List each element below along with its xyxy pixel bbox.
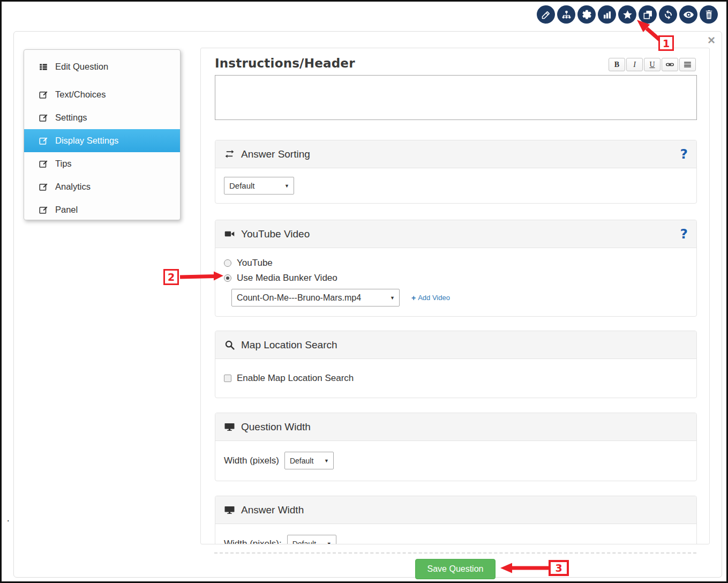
pencil-square-icon [39, 182, 48, 192]
section-question-width: Question Width Width (pixels) Default [215, 413, 697, 481]
search-icon [224, 339, 235, 350]
checkbox-label[interactable]: Enable Map Location Search [237, 373, 354, 384]
sidebar-item-text-choices[interactable]: Text/Choices [24, 83, 180, 106]
width-pixels-label: Width (pixels) [224, 455, 279, 466]
pencil-square-icon [39, 205, 48, 215]
sidebar-item-label: Text/Choices [55, 89, 106, 100]
sidebar-item-edit-question[interactable]: Edit Question [24, 55, 180, 78]
sitemap-icon[interactable] [557, 5, 575, 24]
gear-icon[interactable] [577, 5, 596, 24]
exchange-icon [224, 148, 235, 160]
monitor-icon [224, 504, 235, 515]
edit-question-modal: × Edit Question Text/Choices Settings Di… [13, 31, 722, 578]
pencil-square-icon [39, 113, 48, 123]
radio-icon[interactable] [224, 274, 231, 282]
close-icon[interactable]: × [708, 33, 715, 48]
answer-sorting-select[interactable]: Default [224, 177, 294, 195]
link-button[interactable] [662, 58, 678, 71]
list-icon [39, 62, 48, 72]
display-settings-panel: Instructions/Header B I U [200, 48, 710, 544]
sidebar-item-panel[interactable]: Panel [24, 198, 180, 220]
answer-width-select[interactable]: Default [287, 535, 336, 544]
sidebar-item-settings[interactable]: Settings [24, 106, 180, 129]
section-title: YouTube Video [241, 228, 310, 240]
page-title: Instructions/Header [215, 56, 355, 70]
pencil-square-icon [39, 136, 48, 146]
radio-youtube[interactable]: YouTube [224, 256, 688, 271]
radio-media-bunker[interactable]: Use Media Bunker Video [224, 271, 688, 286]
radio-icon[interactable] [224, 259, 231, 267]
radio-label[interactable]: Use Media Bunker Video [237, 273, 337, 283]
justify-icon [683, 60, 692, 69]
sidebar-item-label: Panel [55, 205, 78, 215]
section-title: Question Width [241, 421, 311, 433]
sidebar-item-label: Analytics [55, 182, 91, 192]
pencil-icon[interactable] [537, 5, 555, 24]
sidebar-item-label: Display Settings [55, 136, 118, 146]
link-icon [665, 60, 674, 69]
italic-button[interactable]: I [626, 58, 643, 71]
plus-icon: + [411, 294, 416, 302]
app-window: × Edit Question Text/Choices Settings Di… [0, 0, 728, 583]
width-pixels-label: Width (pixels): [224, 539, 282, 545]
bar-chart-icon[interactable] [598, 5, 616, 24]
sidebar-item-label: Settings [55, 113, 87, 123]
sidebar-item-label: Edit Question [55, 62, 108, 72]
refresh-icon[interactable] [659, 5, 677, 24]
star-icon[interactable] [618, 5, 636, 24]
section-answer-sorting: Answer Sorting ? Default [215, 140, 697, 204]
justify-button[interactable] [679, 58, 696, 71]
sidebar-item-analytics[interactable]: Analytics [24, 175, 180, 198]
add-video-link[interactable]: + Add Video [411, 294, 450, 302]
section-map-location-search: Map Location Search Enable Map Location … [215, 331, 697, 398]
sidebar-item-tips[interactable]: Tips [24, 152, 180, 175]
eye-icon[interactable] [679, 5, 697, 24]
video-camera-icon [224, 228, 235, 240]
trash-icon[interactable] [700, 5, 718, 24]
save-question-button[interactable]: Save Question [415, 559, 496, 579]
section-title: Map Location Search [241, 339, 337, 351]
question-width-select[interactable]: Default [284, 452, 334, 469]
question-toolbar [537, 5, 718, 24]
underline-button[interactable]: U [644, 58, 661, 71]
media-bunker-video-select[interactable]: Count-On-Me---Bruno-Mars.mp4 [231, 289, 400, 307]
section-title: Answer Sorting [241, 148, 310, 160]
instructions-textarea[interactable] [215, 75, 697, 120]
section-youtube-video: YouTube Video ? YouTube Use Media Bunker… [215, 220, 697, 317]
help-icon[interactable]: ? [680, 226, 688, 242]
save-row: Save Question [214, 552, 696, 579]
pencil-square-icon [39, 159, 48, 169]
section-answer-width: Answer Width Width (pixels): Default [215, 496, 697, 544]
stray-dot: . [7, 514, 9, 524]
sidebar-item-label: Tips [55, 159, 72, 169]
format-toolbar: B I U [609, 58, 696, 71]
section-title: Answer Width [241, 504, 304, 516]
enable-map-search-checkbox-row[interactable]: Enable Map Location Search [224, 370, 688, 387]
pencil-square-icon [39, 90, 48, 100]
monitor-icon [224, 421, 235, 432]
sidebar: Edit Question Text/Choices Settings Disp… [24, 49, 181, 220]
radio-label[interactable]: YouTube [237, 258, 273, 268]
copy-icon[interactable] [639, 5, 657, 24]
sidebar-item-display-settings[interactable]: Display Settings [24, 129, 180, 152]
help-icon[interactable]: ? [680, 146, 688, 162]
bold-button[interactable]: B [609, 58, 625, 71]
checkbox-icon[interactable] [224, 375, 231, 382]
